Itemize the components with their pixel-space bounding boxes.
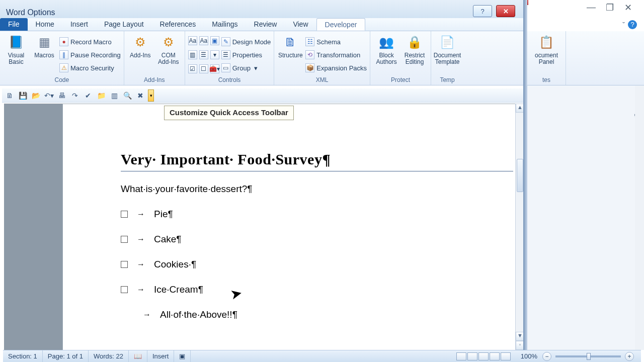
block-authors-button[interactable]: 👥 Block Authors xyxy=(373,33,399,76)
visual-basic-button[interactable]: 📘 Visual Basic xyxy=(3,33,29,76)
view-print-layout-icon[interactable] xyxy=(456,352,466,360)
dialog-close-button[interactable]: ✕ xyxy=(496,5,515,17)
document-panel-button[interactable]: 📋 ocument Panel xyxy=(530,33,562,76)
qat-delete-icon[interactable]: ✖ xyxy=(135,90,146,101)
view-outline-icon[interactable] xyxy=(490,352,500,360)
document-template-button[interactable]: 📄 Document Template xyxy=(434,33,460,76)
status-page[interactable]: Page: 1 of 1 xyxy=(43,350,89,362)
ribbon-group-addins: ⚙ Add-Ins ⚙ COM Add-Ins Add-Ins xyxy=(124,31,185,85)
tab-arrow-icon: → xyxy=(137,260,145,269)
pause-recording-button[interactable]: ‖ Pause Recording xyxy=(59,48,121,61)
zoom-slider[interactable] xyxy=(555,355,621,357)
group-button[interactable]: ▭ Group ▾ xyxy=(221,61,271,74)
checkbox-icon[interactable] xyxy=(121,211,128,218)
macros-button[interactable]: ▦ Macros xyxy=(31,33,57,76)
combo-box-control-icon[interactable]: ☰ xyxy=(199,50,208,59)
app-restore-icon[interactable]: ❐ xyxy=(606,2,614,13)
underlying-panel: 🏷 xyxy=(527,85,644,350)
tab-view[interactable]: View xyxy=(285,18,316,31)
zoom-level[interactable]: 100% xyxy=(516,350,542,362)
status-words[interactable]: Words: 22 xyxy=(89,350,129,362)
qat-preview-icon[interactable]: 🔍 xyxy=(122,90,133,101)
date-picker-control-icon[interactable]: ☑ xyxy=(188,64,197,73)
record-icon: ● xyxy=(59,37,68,46)
qat-new-icon[interactable]: 🗎 xyxy=(4,90,15,101)
status-macro-icon[interactable]: ▣ xyxy=(174,350,191,362)
macro-security-button[interactable]: ⚠ Macro Security xyxy=(59,61,121,74)
com-addins-button[interactable]: ⚙ COM Add-Ins xyxy=(155,33,182,76)
doc-title: Very· Important· Food·Survey¶ xyxy=(121,151,513,171)
structure-label: Structure xyxy=(278,52,303,59)
plain-text-control-icon[interactable]: Aa xyxy=(199,36,208,45)
dropdown-list-control-icon[interactable]: ▾ xyxy=(210,50,219,59)
qat-undo-icon[interactable]: ↶▾ xyxy=(43,90,54,101)
checkbox-icon[interactable] xyxy=(121,261,128,268)
tab-file[interactable]: File xyxy=(0,18,28,31)
ribbon-group-controls: Aa Aa ▣ ▥ ☰ ▾ ☑ ☐ 🧰▾ ✎ Design Mode ☰ Pro… xyxy=(185,31,275,85)
macro-security-label: Macro Security xyxy=(70,64,114,72)
qat-quickprint-icon[interactable]: 🖶 xyxy=(56,90,67,101)
qat-redo-icon[interactable]: ↷ xyxy=(69,90,80,101)
zoom-in-button[interactable]: + xyxy=(625,352,634,361)
restrict-editing-button[interactable]: 🔒 Restrict Editing xyxy=(401,33,428,76)
qat-form-icon[interactable]: ▥ xyxy=(109,90,120,101)
properties-button[interactable]: ☰ Properties xyxy=(221,48,271,61)
status-bar: Section: 1 Page: 1 of 1 Words: 22 📖 Inse… xyxy=(3,350,641,362)
rich-text-control-icon[interactable]: Aa xyxy=(188,36,197,45)
qat-customize-dropdown[interactable]: ▾ xyxy=(148,89,154,102)
building-block-control-icon[interactable]: ▥ xyxy=(188,50,197,59)
qat-folder-icon[interactable]: 📁 xyxy=(96,90,107,101)
close-icon: ✕ xyxy=(503,8,509,15)
group-label-controls: Controls xyxy=(188,76,271,85)
ribbon-group-templates: 📄 Document Template Temp xyxy=(431,31,463,85)
tab-review[interactable]: Review xyxy=(246,18,285,31)
document-template-label: Document Template xyxy=(434,52,461,65)
restrict-editing-icon: 🔒 xyxy=(406,33,424,51)
group-label-xml: XML xyxy=(277,76,367,85)
tab-references[interactable]: References xyxy=(152,18,204,31)
checkbox-icon[interactable] xyxy=(121,236,128,243)
qat-save-icon[interactable]: 💾 xyxy=(17,90,28,101)
scroll-thumb[interactable] xyxy=(517,159,523,192)
record-macro-button[interactable]: ● Record Macro xyxy=(59,35,121,48)
transformation-button[interactable]: ⟲ Transformation xyxy=(305,48,367,61)
ribbon-group-protect: 👥 Block Authors 🔒 Restrict Editing Prote… xyxy=(370,31,431,85)
list-item-text: All·of·the·Above!!¶ xyxy=(160,309,237,320)
app-help-icon[interactable]: ? xyxy=(628,20,637,29)
list-item-text: Cookies·¶ xyxy=(154,259,196,270)
group-label-code: Code xyxy=(3,76,121,85)
dialog-help-button[interactable]: ? xyxy=(473,5,492,17)
panel-scrollbar[interactable] xyxy=(635,85,644,350)
schema-button[interactable]: ☷ Schema xyxy=(305,35,367,48)
tab-mailings[interactable]: Mailings xyxy=(204,18,246,31)
picture-control-icon[interactable]: ▣ xyxy=(210,36,219,45)
tab-page-layout[interactable]: Page Layout xyxy=(96,18,152,31)
structure-button[interactable]: 🗎 Structure xyxy=(277,33,303,76)
status-section[interactable]: Section: 1 xyxy=(3,350,43,362)
group-label-addins: Add-Ins xyxy=(127,76,182,85)
ribbon-minimize-icon[interactable]: ˇ xyxy=(622,21,625,29)
checkbox-control-icon[interactable]: ☐ xyxy=(199,64,208,73)
tab-home[interactable]: Home xyxy=(28,18,62,31)
app-minimize-icon[interactable]: — xyxy=(587,2,596,13)
tab-developer[interactable]: Developer xyxy=(316,18,366,31)
checkbox-icon[interactable] xyxy=(121,286,128,293)
macros-label: Macros xyxy=(34,52,54,59)
qat-open-icon[interactable]: 📂 xyxy=(30,90,41,101)
addins-button[interactable]: ⚙ Add-Ins xyxy=(127,33,153,76)
view-draft-icon[interactable] xyxy=(501,352,511,360)
app-close-icon[interactable]: ✕ xyxy=(624,2,632,13)
zoom-out-button[interactable]: − xyxy=(542,352,551,361)
status-proofing-icon[interactable]: 📖 xyxy=(129,350,147,362)
view-full-screen-icon[interactable] xyxy=(467,352,477,360)
design-mode-button[interactable]: ✎ Design Mode xyxy=(221,35,271,48)
group-label-templates-extra: tes xyxy=(530,76,562,85)
expansion-packs-button[interactable]: 📦 Expansion Packs xyxy=(305,61,367,74)
qat-spelling-icon[interactable]: ✔ xyxy=(83,90,94,101)
view-web-layout-icon[interactable] xyxy=(478,352,489,360)
tab-insert[interactable]: Insert xyxy=(62,18,96,31)
status-insert-mode[interactable]: Insert xyxy=(147,350,175,362)
zoom-slider-thumb[interactable] xyxy=(587,353,591,360)
addins-icon: ⚙ xyxy=(131,33,149,51)
legacy-tools-icon[interactable]: 🧰▾ xyxy=(210,64,219,73)
